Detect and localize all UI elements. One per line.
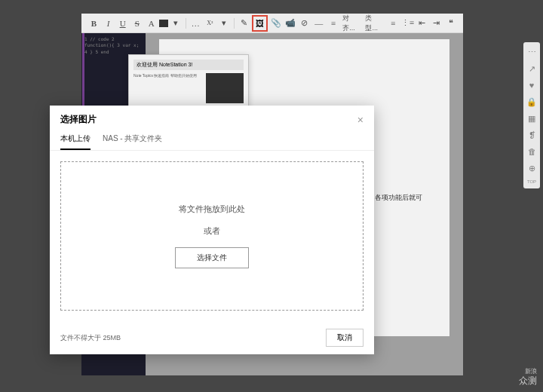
modal-tabs: 本机上传 NAS - 共享文件夹	[50, 130, 374, 151]
watermark-line1: 新浪	[519, 368, 537, 375]
choose-file-button[interactable]: 选择文件	[175, 247, 249, 268]
tab-local-upload[interactable]: 本机上传	[60, 130, 90, 150]
file-size-hint: 文件不得大于 25MB	[60, 333, 121, 343]
watermark-line2: 众测	[519, 375, 537, 386]
image-picker-modal: 选择图片 × 本机上传 NAS - 共享文件夹 将文件拖放到此处 或者 选择文件…	[50, 106, 374, 354]
dropzone[interactable]: 将文件拖放到此处 或者 选择文件	[60, 161, 364, 311]
tab-nas-folder[interactable]: NAS - 共享文件夹	[103, 130, 162, 150]
or-text: 或者	[204, 225, 220, 237]
watermark: 新浪 众测	[519, 368, 537, 386]
close-icon[interactable]: ×	[357, 114, 364, 126]
modal-title: 选择图片	[60, 113, 97, 126]
cancel-button[interactable]: 取消	[326, 329, 364, 347]
dropzone-text: 将文件拖放到此处	[179, 204, 245, 215]
